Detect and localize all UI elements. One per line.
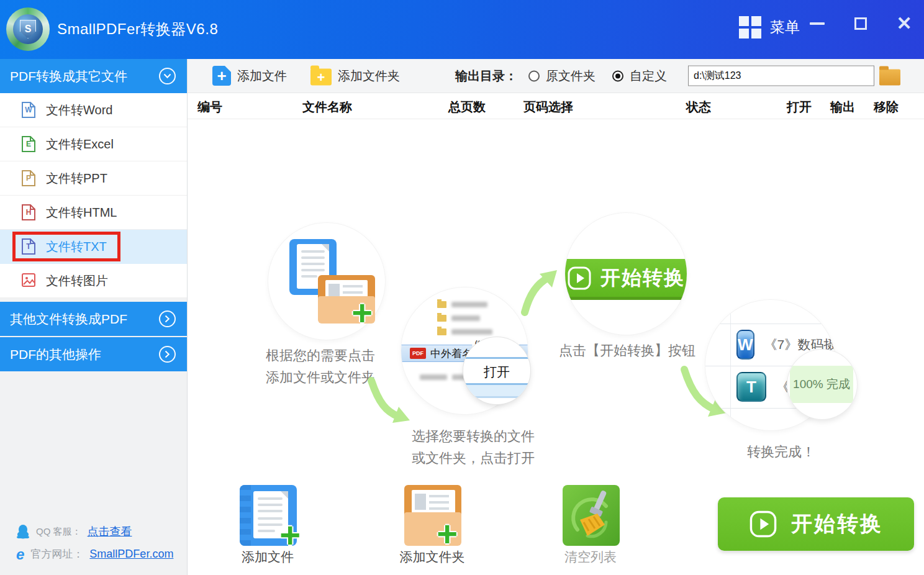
add-file-icon: + bbox=[212, 66, 231, 86]
app-logo-icon: S bbox=[6, 7, 50, 51]
tutorial-step3-circle: 开始转换 bbox=[565, 213, 687, 335]
sidebar-item-label: 文件转PPT bbox=[46, 170, 107, 187]
sidebar-section-pdf-ops[interactable]: PDF的其他操作 bbox=[0, 337, 187, 371]
app-title: SmallPDFer转换器V6.8 bbox=[57, 19, 218, 39]
sidebar-item-label: 文件转图片 bbox=[46, 273, 108, 289]
col-filename: 文件名称 bbox=[302, 99, 352, 115]
site-link[interactable]: SmallPDFer.com bbox=[89, 548, 173, 561]
html-doc-icon: H bbox=[21, 204, 36, 221]
col-status: 状态 bbox=[686, 99, 711, 115]
browser-e-icon: e bbox=[16, 548, 24, 561]
close-button[interactable]: ✕ bbox=[895, 15, 913, 32]
section-label: PDF的其他操作 bbox=[10, 346, 101, 363]
col-pagepick: 页码选择 bbox=[523, 99, 573, 115]
tutorial-step1-circle: + + bbox=[268, 223, 385, 340]
menu-grid-icon bbox=[739, 16, 761, 38]
col-remove: 移除 bbox=[874, 99, 899, 115]
qq-service-label: QQ 客服： bbox=[36, 526, 81, 538]
start-convert-button[interactable]: 开始转换 bbox=[718, 497, 914, 551]
output-path-input[interactable] bbox=[688, 66, 874, 86]
sidebar-section-other-to-pdf[interactable]: 其他文件转换成PDF bbox=[0, 302, 187, 336]
section-label: 其他文件转换成PDF bbox=[10, 310, 127, 328]
broom-icon bbox=[563, 485, 620, 546]
site-label: 官方网址： bbox=[30, 547, 83, 561]
app-window: S SmallPDFer转换器V6.8 菜单 ✕ PDF转换成其它文件 W bbox=[0, 0, 924, 575]
sidebar-item-txt[interactable]: T 文件转TXT bbox=[0, 230, 187, 264]
sidebar-item-excel[interactable]: E 文件转Excel bbox=[0, 127, 187, 161]
arrow-step2-to-step3 bbox=[519, 269, 558, 317]
ppt-doc-icon: P bbox=[21, 170, 36, 187]
qq-service-link[interactable]: 点击查看 bbox=[88, 524, 132, 539]
col-number: 编号 bbox=[197, 99, 222, 115]
menu-label: 菜单 bbox=[770, 17, 800, 37]
add-file-button[interactable]: + 添加文件 bbox=[212, 66, 287, 86]
clear-list-big-button[interactable] bbox=[563, 485, 620, 546]
main-panel: + 添加文件 + 添加文件夹 输出目录： 原文件夹 自定义 bbox=[188, 59, 924, 575]
output-dir-label: 输出目录： bbox=[455, 68, 517, 84]
radio-custom[interactable]: 自定义 bbox=[612, 68, 667, 84]
menu-button[interactable]: 菜单 bbox=[739, 16, 800, 38]
qq-penguin-icon bbox=[16, 524, 30, 539]
maximize-button[interactable] bbox=[852, 15, 869, 32]
section-label: PDF转换成其它文件 bbox=[10, 68, 127, 85]
clear-list-big-label[interactable]: 清空列表 bbox=[544, 548, 637, 566]
tutorial-step2-caption: 选择您要转换的文件 或文件夹，点击打开 bbox=[374, 425, 573, 469]
minimize-button[interactable] bbox=[808, 15, 826, 32]
browse-folder-button[interactable] bbox=[879, 66, 900, 86]
txt-doc-icon: T bbox=[21, 238, 36, 255]
add-file-big-label[interactable]: 添加文件 bbox=[221, 548, 314, 566]
sidebar: PDF转换成其它文件 W 文件转Word E 文件转Excel bbox=[0, 59, 188, 575]
sidebar-item-word[interactable]: W 文件转Word bbox=[0, 93, 187, 127]
sidebar-item-label: 文件转HTML bbox=[46, 204, 117, 221]
chevron-right-icon bbox=[159, 310, 176, 327]
play-icon bbox=[749, 510, 777, 538]
browse-folder-icon bbox=[879, 70, 900, 86]
tutorial-step4-caption: 转换完成！ bbox=[719, 441, 843, 463]
add-file-big-button[interactable]: + bbox=[240, 485, 297, 546]
sidebar-section-pdf-to-other[interactable]: PDF转换成其它文件 bbox=[0, 59, 187, 93]
word-result-icon: W bbox=[736, 330, 754, 360]
sidebar-item-label: 文件转TXT bbox=[46, 238, 107, 255]
progress-zoom-circle: 100% 完成 bbox=[787, 350, 857, 419]
chevron-right-icon bbox=[159, 346, 176, 363]
radio-unchecked-icon bbox=[528, 70, 540, 81]
arrow-step1-to-step2 bbox=[363, 377, 416, 430]
add-folder-button[interactable]: + 添加文件夹 bbox=[310, 66, 400, 86]
tutorial-step3-caption: 点击【开始转换】按钮 bbox=[534, 340, 720, 361]
chevron-down-icon bbox=[159, 68, 176, 84]
sidebar-item-ppt[interactable]: P 文件转PPT bbox=[0, 161, 187, 196]
play-icon bbox=[567, 266, 592, 291]
pdf-file-icon: PDF bbox=[410, 348, 426, 359]
titlebar: S SmallPDFer转换器V6.8 菜单 ✕ bbox=[0, 0, 924, 59]
add-folder-big-button[interactable]: + bbox=[404, 485, 461, 546]
sidebar-item-image[interactable]: 文件转图片 bbox=[0, 264, 187, 298]
radio-checked-icon bbox=[612, 70, 623, 81]
start-convert-illustration: 开始转换 bbox=[565, 259, 687, 300]
image-icon bbox=[21, 272, 36, 289]
open-button-zoom-circle: 打开 bbox=[463, 337, 530, 404]
open-button: 打开 bbox=[463, 363, 530, 381]
add-folder-big-label[interactable]: 添加文件夹 bbox=[386, 548, 479, 566]
add-folder-icon: + bbox=[310, 69, 332, 86]
sidebar-item-html[interactable]: H 文件转HTML bbox=[0, 196, 187, 230]
col-pages: 总页数 bbox=[448, 99, 486, 115]
folder-add-illustration: + bbox=[318, 275, 375, 324]
col-open: 打开 bbox=[787, 99, 812, 115]
txt-result-icon: T bbox=[736, 372, 766, 402]
sidebar-item-label: 文件转Excel bbox=[46, 136, 114, 153]
file-table-header: 编号 文件名称 总页数 页码选择 状态 打开 输出 移除 bbox=[188, 93, 924, 119]
radio-original-folder[interactable]: 原文件夹 bbox=[528, 68, 596, 84]
progress-badge: 100% 完成 bbox=[790, 366, 853, 403]
excel-doc-icon: E bbox=[21, 135, 36, 153]
sidebar-item-label: 文件转Word bbox=[46, 102, 112, 119]
toolbar: + 添加文件 + 添加文件夹 输出目录： 原文件夹 自定义 bbox=[188, 59, 924, 93]
col-output: 输出 bbox=[830, 99, 855, 115]
word-doc-icon: W bbox=[21, 101, 36, 119]
